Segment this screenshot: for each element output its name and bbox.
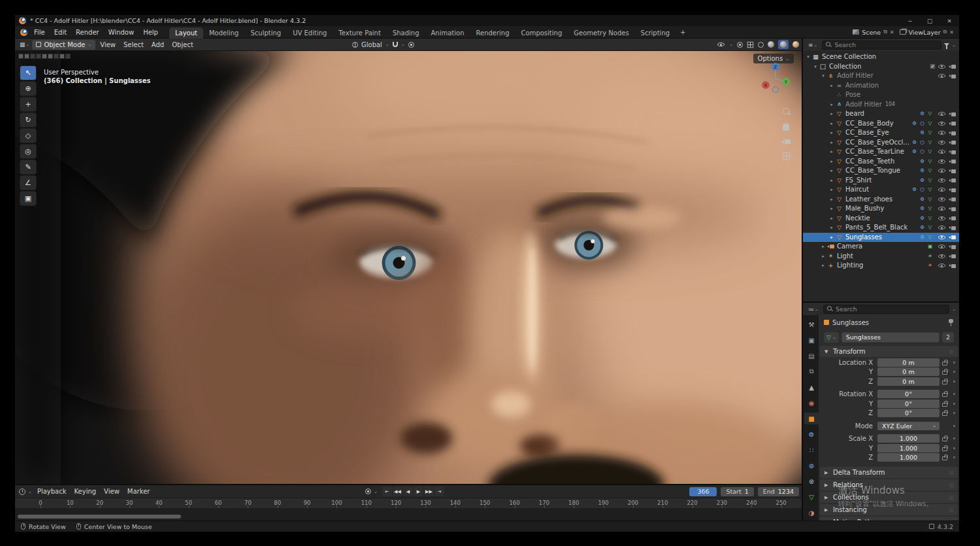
visibility-eye-icon[interactable] (938, 63, 946, 70)
expand-arrow-icon[interactable]: ▾ (805, 52, 811, 61)
auto-keying-icon[interactable] (365, 488, 371, 494)
expand-arrow-icon[interactable]: ▸ (828, 147, 835, 156)
editor-type-icon[interactable]: ▦⌄ (18, 41, 31, 48)
value-field[interactable]: 1.000 (877, 444, 939, 452)
outliner-row[interactable]: Pose (803, 90, 959, 100)
render-visibility-camera-icon[interactable] (948, 262, 956, 269)
constraint-properties-tab[interactable]: ⊗ (804, 475, 819, 487)
outliner-row[interactable]: ▸ beard (803, 109, 959, 119)
animate-dot-icon[interactable] (953, 447, 955, 449)
timeline-scrollbar[interactable] (18, 515, 181, 519)
workspace-tab[interactable]: Rendering (470, 27, 515, 39)
render-visibility-camera-icon[interactable] (948, 196, 956, 203)
animate-dot-icon[interactable] (953, 381, 955, 383)
expand-arrow-icon[interactable]: ▾ (820, 71, 826, 80)
menubar-item[interactable]: Window (104, 29, 139, 36)
play-button[interactable]: ▶ (414, 486, 423, 496)
outliner-row[interactable]: ▸ Sunglasses (803, 233, 959, 243)
next-keyframe-button[interactable]: ▶▶ (424, 486, 434, 496)
scene-properties-tab[interactable]: ▲ (804, 381, 819, 393)
workspace-tab[interactable]: Sculpting (244, 27, 287, 39)
lock-icon[interactable] (942, 381, 947, 384)
add-cube-tool[interactable]: ▣ (20, 191, 37, 206)
value-field[interactable]: 0 m (877, 377, 939, 386)
gizmos-toggle-icon[interactable] (737, 42, 743, 48)
measure-tool[interactable]: ∠ (20, 175, 37, 190)
animate-dot-icon[interactable] (953, 437, 955, 439)
visibility-eye-icon[interactable] (938, 205, 946, 213)
viewport-menu-item[interactable]: Select (120, 41, 148, 48)
timeline-track[interactable] (15, 508, 802, 520)
expand-arrow-icon[interactable]: ▸ (828, 214, 835, 223)
outliner-row[interactable]: ▸ Animation (803, 81, 959, 91)
chevron-down-icon[interactable]: ⌄ (374, 489, 378, 494)
lock-icon[interactable] (942, 412, 947, 416)
material-preview-shading-icon[interactable] (780, 41, 787, 48)
move-tool[interactable]: + (20, 97, 37, 112)
animate-dot-icon[interactable] (953, 393, 955, 395)
render-visibility-camera-icon[interactable] (948, 148, 956, 156)
workspace-tab[interactable]: Scripting (635, 27, 676, 39)
workspace-tab[interactable]: Compositing (515, 27, 568, 39)
remove-viewlayer-icon[interactable]: ✕ (949, 29, 954, 35)
render-visibility-camera-icon[interactable] (948, 63, 956, 70)
expand-arrow-icon[interactable]: ▾ (812, 62, 819, 71)
modifier-properties-tab[interactable]: ⚙ (804, 428, 819, 440)
workspace-tab[interactable]: Animation (425, 27, 470, 39)
minimize-button[interactable]: ─ (900, 15, 920, 26)
collapsed-panel-header[interactable]: ▶ Delta Transform ⣿⣿ (820, 467, 958, 478)
expand-arrow-icon[interactable]: ▸ (828, 157, 835, 166)
outliner-row[interactable]: ▸ CC_Base_TearLine (803, 147, 959, 157)
lock-icon[interactable] (942, 456, 947, 460)
render-visibility-camera-icon[interactable] (948, 129, 956, 137)
visibility-eye-icon[interactable] (938, 224, 946, 231)
material-properties-tab[interactable]: ◑ (804, 507, 819, 519)
tool-tab[interactable]: ⚒ (804, 318, 819, 330)
animate-dot-icon[interactable] (953, 403, 955, 405)
render-visibility-camera-icon[interactable] (948, 73, 956, 80)
play-reverse-button[interactable]: ◀ (403, 486, 413, 496)
previous-keyframe-button[interactable]: ◀◀ (393, 486, 402, 496)
collection-checkbox[interactable] (930, 63, 936, 69)
outliner-row[interactable]: ▸ CC_Base_Teeth (803, 157, 959, 167)
outliner-row[interactable]: ▾ Collection (803, 62, 959, 72)
outliner-row[interactable]: ▸ Necktie (803, 214, 959, 224)
outliner-row[interactable]: ▸ Pants_5_Belt_Black (803, 223, 959, 233)
jump-to-start-button[interactable]: ⇤ (382, 486, 392, 496)
render-visibility-camera-icon[interactable] (948, 158, 956, 165)
animate-dot-icon[interactable] (953, 371, 955, 373)
visibility-eye-icon[interactable] (938, 111, 946, 118)
timeline-editor-icon[interactable] (19, 488, 25, 495)
close-button[interactable]: ✕ (939, 15, 959, 26)
expand-arrow-icon[interactable]: ▸ (828, 109, 835, 118)
value-field[interactable]: 0° (877, 390, 939, 398)
outliner-row[interactable]: ▸ CC_Base_EyeOcclusion (803, 138, 959, 148)
menubar-item[interactable]: Help (139, 29, 163, 36)
cursor-tool[interactable]: ⊕ (20, 81, 37, 96)
outliner-row[interactable]: ▸ Haircut (803, 185, 959, 195)
lock-icon[interactable] (942, 447, 947, 451)
particle-properties-tab[interactable]: ∷ (804, 444, 819, 456)
menubar-item[interactable]: Edit (50, 29, 71, 36)
zoom-icon[interactable] (782, 107, 791, 116)
proportional-editing-icon[interactable] (408, 42, 414, 48)
timeline-menu-item[interactable]: View (100, 488, 123, 495)
render-visibility-camera-icon[interactable] (948, 205, 956, 213)
outliner-row[interactable]: ▸ Male_Bushy (803, 204, 959, 214)
viewport-menu-item[interactable]: View (96, 41, 120, 48)
viewlayer-selector[interactable]: ViewLayer ⧉ ✕ (900, 29, 954, 36)
properties-search[interactable] (823, 305, 949, 314)
visibility-eye-icon[interactable] (938, 233, 946, 241)
lock-icon[interactable] (942, 403, 947, 407)
outliner-search[interactable] (822, 41, 941, 50)
visibility-eye-icon[interactable] (938, 214, 946, 222)
outliner-row[interactable]: ▸ Light (803, 252, 959, 262)
jump-to-end-button[interactable]: ⇥ (434, 486, 444, 496)
unlink-scene-icon[interactable]: ✕ (890, 29, 894, 35)
navigation-gizmo[interactable]: Z X Y (757, 60, 794, 98)
visibility-eye-icon[interactable] (938, 196, 946, 203)
frame-start-field[interactable]: Start 1 (721, 487, 753, 496)
outliner-row[interactable]: ▸ Lighting (803, 261, 959, 271)
expand-arrow-icon[interactable]: ▸ (820, 252, 826, 261)
render-visibility-camera-icon[interactable] (948, 186, 956, 194)
